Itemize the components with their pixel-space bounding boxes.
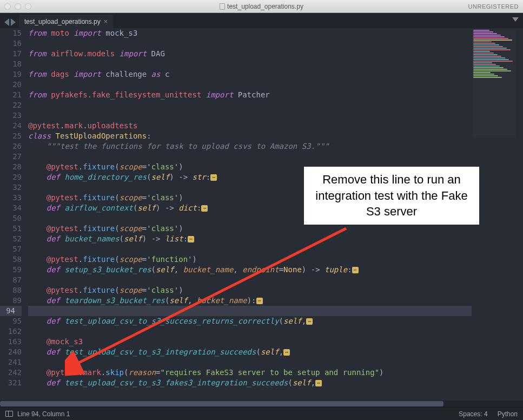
file-icon xyxy=(220,3,225,10)
line-number[interactable]: 162 xyxy=(0,326,22,337)
tab-menu-chevron-icon[interactable] xyxy=(512,17,519,22)
code-line[interactable]: @pytest.mark.uploadtests xyxy=(28,121,472,131)
file-tab[interactable]: test_upload_operations.py × xyxy=(19,15,113,28)
code-line[interactable] xyxy=(28,388,472,398)
code-line[interactable]: from moto import mock_s3 xyxy=(28,28,472,38)
line-number[interactable]: 57 xyxy=(0,244,22,254)
code-line[interactable]: def bucket_names(self) -> list:⋯ xyxy=(28,234,472,244)
code-line[interactable]: @pytest.fixture(scope='class') xyxy=(28,285,472,296)
line-number[interactable]: 321 xyxy=(0,378,22,388)
horizontal-scrollbar[interactable] xyxy=(0,401,523,407)
status-bar: Line 94, Column 1 Spaces: 4 Python xyxy=(0,407,523,420)
horizontal-scrollbar-thumb[interactable] xyxy=(0,401,443,406)
window-title: test_upload_operations.py xyxy=(0,3,523,10)
line-number[interactable]: 34 xyxy=(0,203,22,213)
code-line[interactable] xyxy=(28,275,472,285)
line-number[interactable]: 22 xyxy=(0,100,22,110)
line-number[interactable]: 23 xyxy=(0,110,22,121)
line-number[interactable]: 15 xyxy=(0,28,22,38)
line-number[interactable]: 58 xyxy=(0,254,22,265)
line-number[interactable]: 242 xyxy=(0,368,22,378)
syntax-setting[interactable]: Python xyxy=(498,410,518,418)
line-number[interactable]: 18 xyxy=(0,59,22,69)
title-filename: test_upload_operations.py xyxy=(227,3,303,10)
line-number[interactable]: 19 xyxy=(0,69,22,80)
code-line[interactable] xyxy=(28,80,472,90)
line-number[interactable]: 28 xyxy=(0,162,22,172)
code-line[interactable]: def test_upload_csv_to_s3_success_return… xyxy=(28,316,472,326)
code-line[interactable]: from airflow.models import DAG xyxy=(28,49,472,59)
line-number-gutter[interactable]: 1516171819202122232425262728293233345051… xyxy=(0,28,28,407)
line-number[interactable]: 20 xyxy=(0,80,22,90)
line-number[interactable]: 33 xyxy=(0,193,22,203)
panel-toggle-icon[interactable] xyxy=(5,411,13,417)
indentation-setting[interactable]: Spaces: 4 xyxy=(459,410,487,418)
line-number[interactable]: 51 xyxy=(0,224,22,234)
nav-forward-icon[interactable] xyxy=(11,18,16,26)
code-line[interactable]: @pytest.mark.skip(reason="requires FakeS… xyxy=(28,368,472,378)
code-line[interactable] xyxy=(28,38,472,49)
line-number[interactable]: 25 xyxy=(0,131,22,141)
code-line[interactable]: @pytest.fixture(scope='function') xyxy=(28,254,472,265)
line-number[interactable]: 50 xyxy=(0,213,22,224)
line-number[interactable]: 89 xyxy=(0,296,22,306)
code-line[interactable] xyxy=(28,306,472,316)
tab-label: test_upload_operations.py xyxy=(24,18,101,25)
code-line[interactable]: class TestUploadOperations: xyxy=(28,131,472,141)
line-number[interactable]: 163 xyxy=(0,337,22,347)
code-line[interactable] xyxy=(28,152,472,162)
line-number[interactable]: 52 xyxy=(0,234,22,244)
code-line[interactable]: @pytest.fixture(scope='class') xyxy=(28,224,472,234)
code-line[interactable]: def test_upload_csv_to_s3_fakes3_integra… xyxy=(28,378,472,388)
tab-bar: test_upload_operations.py × xyxy=(0,13,523,28)
code-line[interactable]: from dags import challenge as c xyxy=(28,69,472,80)
code-line[interactable] xyxy=(28,326,472,337)
line-number[interactable]: 17 xyxy=(0,49,22,59)
tab-close-icon[interactable]: × xyxy=(104,17,108,25)
line-number[interactable]: 24 xyxy=(0,121,22,131)
minimap[interactable] xyxy=(472,29,515,137)
code-line[interactable] xyxy=(28,244,472,254)
window-titlebar: test_upload_operations.py UNREGISTERED xyxy=(0,0,523,13)
line-number[interactable]: 29 xyxy=(0,172,22,182)
code-line[interactable] xyxy=(28,100,472,110)
line-number[interactable]: 16 xyxy=(0,38,22,49)
line-number[interactable]: 87 xyxy=(0,275,22,285)
line-number[interactable]: 59 xyxy=(0,265,22,275)
code-line[interactable]: @mock_s3 xyxy=(28,337,472,347)
line-number[interactable]: 21 xyxy=(0,90,22,100)
code-line[interactable]: def setup_s3_bucket_res(self, bucket_nam… xyxy=(28,265,472,275)
line-number[interactable]: 26 xyxy=(0,141,22,152)
code-line[interactable] xyxy=(28,357,472,368)
line-number[interactable]: 27 xyxy=(0,152,22,162)
annotation-callout: Remove this line to run an integration t… xyxy=(304,167,479,225)
code-line[interactable]: """test the functions for task to upload… xyxy=(28,141,472,152)
code-line[interactable] xyxy=(28,110,472,121)
line-number[interactable]: 241 xyxy=(0,357,22,368)
code-line[interactable]: def test_upload_csv_to_s3_integration_su… xyxy=(28,347,472,357)
line-number[interactable]: 95 xyxy=(0,316,22,326)
line-number[interactable]: 240 xyxy=(0,347,22,357)
line-number[interactable]: 88 xyxy=(0,285,22,296)
nav-back-icon[interactable] xyxy=(4,18,9,26)
code-line[interactable]: def teardown_s3_bucket_res(self, bucket_… xyxy=(28,296,472,306)
cursor-position[interactable]: Line 94, Column 1 xyxy=(17,410,70,418)
nav-arrows xyxy=(3,18,19,28)
code-line[interactable] xyxy=(28,59,472,69)
line-number[interactable]: 32 xyxy=(0,182,22,193)
line-number[interactable]: 94 xyxy=(0,306,22,316)
code-line[interactable]: from pyfakefs.fake_filesystem_unittest i… xyxy=(28,90,472,100)
